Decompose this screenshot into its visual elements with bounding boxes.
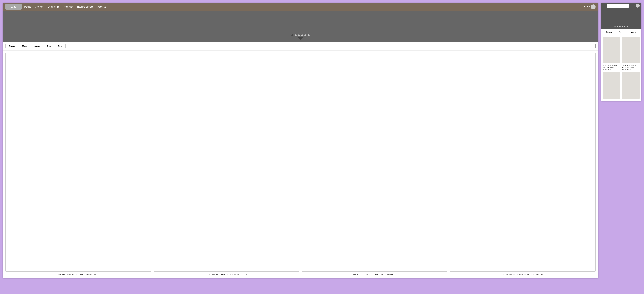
hamburger-icon[interactable] — [602, 5, 605, 6]
grid-cell-1 — [592, 44, 594, 46]
carousel-dots — [292, 34, 310, 36]
mobile-dot-2[interactable] — [617, 26, 618, 28]
carousel-dot-5[interactable] — [304, 34, 306, 36]
movie-poster-3[interactable] — [302, 53, 448, 272]
mobile-dot-4[interactable] — [622, 26, 623, 28]
movie-card-4: Lorem ipsum dolor sit amet, consectetur … — [450, 53, 596, 276]
movie-card-1: Lorem ipsum dolor sit amet, consectetur … — [6, 53, 151, 276]
mobile-movie-card-2: Lorem ipsum dolor sit amet, consectetur … — [622, 37, 640, 70]
carousel-dot-6[interactable] — [308, 34, 310, 36]
movie-caption-3: Lorem ipsum dolor sit amet, consectetur … — [353, 273, 396, 276]
lang-circle-icon — [591, 4, 596, 9]
hamburger-line-2 — [602, 6, 605, 6]
mobile-dot-1[interactable] — [614, 26, 616, 28]
mobile-dot-5[interactable] — [624, 26, 626, 28]
nav-links: Movies Cinemas Membership Promotion Hous… — [24, 6, 582, 8]
desktop-navbar: Logo Movies Cinemas Membership Promotion… — [3, 3, 598, 11]
movie-card-2: Lorem ipsum dolor sit amet, consectetur … — [154, 53, 299, 276]
filter-cinema-tab[interactable]: Cinema — [6, 44, 19, 48]
logo[interactable]: Logo — [6, 4, 22, 10]
carousel-dot-4[interactable] — [301, 34, 303, 36]
filter-version-tab[interactable]: Version — [31, 44, 44, 48]
hamburger-line-1 — [602, 5, 605, 5]
mobile-movie-caption-1: Lorem ipsum dolor sit amet, consectetur … — [602, 64, 620, 70]
grid-cell-2 — [594, 44, 596, 46]
mobile-movie-poster-1[interactable] — [602, 37, 620, 64]
hamburger-line-3 — [602, 6, 605, 6]
mobile-movie-card-1: Lorem ipsum dolor sit amet, consectetur … — [602, 37, 620, 70]
mobile-panel: 中/En Cinema Movie Version Lorem ipsum do… — [601, 3, 641, 101]
hero-banner — [3, 11, 598, 42]
logo-label: Logo — [11, 5, 16, 8]
lang-toggle[interactable]: 中/En — [584, 4, 596, 9]
mobile-navbar: 中/En — [601, 3, 641, 8]
movie-poster-2[interactable] — [154, 53, 299, 272]
mobile-lang-label: 中/En — [630, 4, 634, 7]
nav-movies[interactable]: Movies — [24, 6, 31, 8]
mobile-carousel-dots — [614, 26, 628, 28]
mobile-hero-banner — [601, 8, 641, 29]
carousel-dot-1[interactable] — [292, 34, 293, 36]
mobile-movie-card-4 — [622, 72, 640, 100]
movie-poster-1[interactable] — [6, 53, 151, 272]
nav-membership[interactable]: Membership — [48, 6, 60, 8]
mobile-dot-6[interactable] — [626, 26, 628, 28]
nav-housing-booking[interactable]: Housing Booking — [77, 6, 94, 8]
carousel-dot-2[interactable] — [295, 34, 296, 36]
nav-about-us[interactable]: About us — [98, 6, 106, 8]
mobile-movie-poster-4[interactable] — [622, 72, 640, 99]
filter-section: Cinema Movie Version Date Time — [3, 42, 598, 50]
mobile-movies-grid: Lorem ipsum dolor sit amet, consectetur … — [601, 35, 641, 101]
mobile-movie-caption-2: Lorem ipsum dolor sit amet, consectetur … — [622, 64, 640, 70]
movie-poster-4[interactable] — [450, 53, 596, 272]
filter-movie-tab[interactable]: Movie — [19, 44, 31, 48]
filter-date-tab[interactable]: Date — [44, 44, 55, 48]
mobile-dot-3[interactable] — [619, 26, 620, 28]
movie-card-3: Lorem ipsum dolor sit amet, consectetur … — [302, 53, 448, 276]
carousel-arrow-icon — [298, 37, 303, 40]
movie-caption-2: Lorem ipsum dolor sit amet, consectetur … — [205, 273, 248, 276]
mobile-movie-poster-2[interactable] — [622, 37, 640, 64]
grid-toggle[interactable] — [592, 44, 596, 48]
grid-cell-4 — [594, 46, 596, 48]
grid-cell-3 — [592, 46, 594, 48]
filter-time-tab[interactable]: Time — [54, 44, 66, 48]
mobile-search-input[interactable] — [607, 4, 629, 8]
mobile-movie-card-3 — [602, 72, 620, 100]
mobile-filter-movie-tab[interactable]: Movie — [615, 30, 628, 34]
lang-label: 中/En — [584, 5, 590, 8]
movie-caption-1: Lorem ipsum dolor sit amet, consectetur … — [57, 273, 99, 276]
mobile-filter-cinema-tab[interactable]: Cinema — [602, 30, 615, 34]
desktop-panel: Logo Movies Cinemas Membership Promotion… — [3, 3, 598, 278]
mobile-filter-version-tab[interactable]: Version — [627, 30, 640, 34]
nav-cinemas[interactable]: Cinemas — [35, 6, 44, 8]
mobile-lang-circle-icon — [636, 4, 640, 8]
mobile-filter-section: Cinema Movie Version — [601, 29, 641, 35]
movies-grid: Lorem ipsum dolor sit amet, consectetur … — [3, 50, 598, 278]
movie-caption-4: Lorem ipsum dolor sit amet, consectetur … — [502, 273, 544, 276]
carousel-dot-3[interactable] — [298, 34, 300, 36]
mobile-movie-poster-3[interactable] — [602, 72, 620, 99]
nav-promotion[interactable]: Promotion — [64, 6, 73, 8]
